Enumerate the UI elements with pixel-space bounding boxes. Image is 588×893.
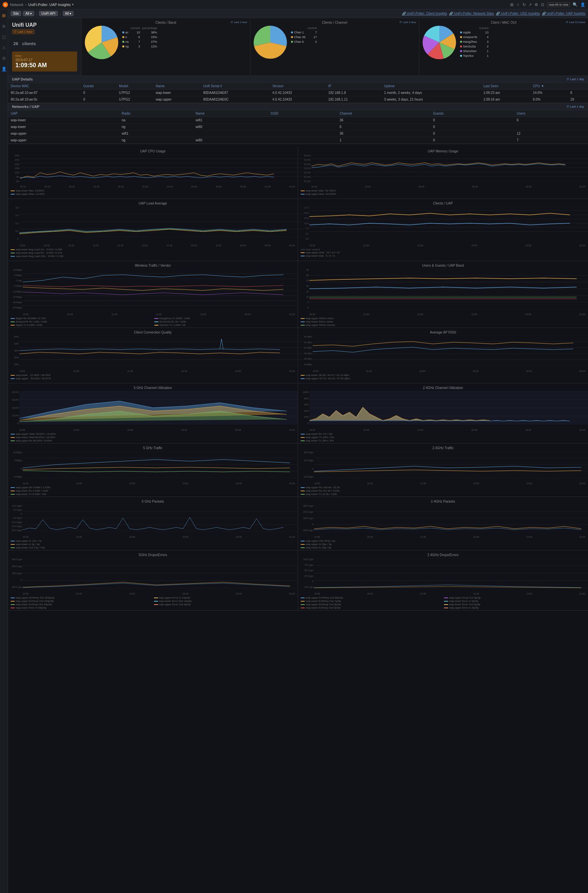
d24g-xaxis: 19:3020:3021:3022:3023:3001:00 <box>314 592 585 595</box>
t5g-xaxis: 20:0021:0022:0023:0000:0001:00 <box>23 482 295 485</box>
uap-details-col-header: Version <box>270 83 326 90</box>
memory-svg <box>311 155 588 181</box>
uap-clients-count: 26 clients <box>12 37 77 47</box>
packets-24g-title: 2.4GHz Packets <box>301 500 585 503</box>
load-chart-area: 0.80.60.40.20 19:3020:0020:3021:0021:302… <box>11 206 295 247</box>
cuap-xaxis: 20:0021:0022:0023:0000:0001:00 <box>309 244 585 247</box>
breadcrumb-network[interactable]: Network <box>10 3 23 7</box>
sidebar-graph-icon[interactable]: ◫ <box>1 33 8 40</box>
sidebar-search-icon[interactable]: ⊕ <box>1 23 8 29</box>
filter-site[interactable]: Site <box>11 11 21 16</box>
filter-id[interactable]: All ▾ <box>63 11 74 16</box>
chart-row-1: UAP CPU Usage <box>8 147 588 199</box>
cpu-legend: wap-lower Max: 29.80% wap-upper Max: 14.… <box>11 189 295 195</box>
sidebar-home-icon[interactable]: ⊞ <box>1 12 8 19</box>
packets-24g-cell: 2.4GHz Packets 300.0 pps200.0 pps100.0 p… <box>298 497 588 550</box>
t5g-yaxis: 10 Mbps5 Mbps0-5 Mbps <box>11 451 22 478</box>
users-guests-cell: Users & Guests / UAP Band <box>298 261 588 328</box>
sync-icon[interactable]: ↻ <box>522 2 526 7</box>
wireless-svg <box>23 269 298 309</box>
ch5-util-area: 80.0%60.0%40.0%20.0%0 20:0021:0022:0023:… <box>11 391 295 431</box>
rssi-legend: wap-lower 38.36 / 43.47 / 42.13 dBm wap-… <box>301 374 585 380</box>
ch24-util-cell: 2.4GHz Channel Utilization 10 <box>298 383 588 443</box>
dashboard-icon[interactable]: ⊞ <box>510 2 513 7</box>
load-chart-cell: UAP Load Average 0.80.60.40.2 <box>8 199 298 261</box>
tab-client-insights[interactable]: 🔗 UniFi-Poller: Client Insights <box>402 12 447 15</box>
load-yaxis: 0.80.60.40.20 <box>11 206 19 240</box>
share-icon[interactable]: ↗ <box>528 2 532 7</box>
tab-network-sites[interactable]: 🔗 UniFi-Poller: Network Sites <box>449 12 494 15</box>
networks-uap-col-header: Guests <box>430 110 514 117</box>
cpu-yaxis: 30%25%20%15%10%5%0% <box>11 155 20 182</box>
table-row: wap-lowernawifi13606 <box>8 117 588 124</box>
clients-band-title: Clients / Band <box>85 21 246 24</box>
ug-svg <box>309 269 588 309</box>
tab-links: 🔗 UniFi-Poller: Client Insights 🔗 UniFi-… <box>402 12 585 15</box>
cq-legend: wap-lower 27.00% / 38.55% wap-upper 35.0… <box>11 374 295 380</box>
tab-uap-insights[interactable]: 🔗 UniFi-Poller: UAP Insights <box>542 12 585 15</box>
uap-details-table: Device MACGuestsModelNameUnifi Serial #V… <box>8 83 588 103</box>
dropdown-icon[interactable]: ▾ <box>72 2 74 7</box>
memory-chart-title: UAP Memory Usage <box>301 149 585 153</box>
monitor-icon[interactable]: ⊡ <box>541 2 544 7</box>
drops-24g-cell: 2.4GHz Drops/Errors 100.0 pps75.0 pps50.… <box>298 550 588 610</box>
clients-channel-content: current Chan 1 7 Chan 36 17 Chan 6 2 <box>254 26 415 60</box>
p5g-area: 10.0 kpps5.0 kpps0-5.0 kpps-10.0 kpps-15… <box>11 505 295 538</box>
p24g-yaxis: 300.0 pps200.0 pps100.0 pps0-100.0 pps <box>301 505 314 531</box>
clients-channel-panel: Clients / Channel ⏱ Last 1 hour current <box>250 18 419 75</box>
ch24-svg <box>309 391 588 424</box>
star-icon[interactable]: ☆ <box>516 2 520 7</box>
clients-band-legend: current percentage ac 10 38% n 6 23% na … <box>121 26 158 49</box>
gear-icon[interactable]: ⚙ <box>534 2 538 7</box>
memory-chart-area: 54.0%53.5%53.0%52.5%52.0%51.5%51.0% 00:1… <box>301 155 585 188</box>
p24g-area: 300.0 pps200.0 pps100.0 pps0-100.0 pps 1… <box>301 505 585 538</box>
clients-uap-area: 17.515.012.510.07.55.02.5 20:0021:0022:0… <box>301 206 585 247</box>
cpu-chart-title: UAP CPU Usage <box>11 149 295 153</box>
time-range-selector[interactable]: now-6h to now <box>547 2 570 7</box>
p24g-xaxis: 19:3020:3021:3022:3023:3001:00 <box>314 536 585 538</box>
d24g-svg <box>314 558 588 588</box>
user-icon[interactable]: 👤 <box>580 2 585 7</box>
traffic-24g-title: 2.4GHz Traffic <box>301 446 585 450</box>
zoom-out-icon[interactable]: 🔍 <box>573 2 578 7</box>
networks-uap-col-header: SSID <box>268 110 337 117</box>
uap-time: 1:09:50 AM <box>15 62 74 69</box>
chart-row-6: 5 GHz Traffic 10 Mbps5 Mbps0-5 Mbps <box>8 443 588 497</box>
table-row: 80:2a:a8:10:ae:870U7PG2wap-lower80DAA81D… <box>8 90 588 96</box>
d5g-area: 600.0 pps400.0 pps200.0 pps0-200.0 pps 2… <box>11 558 295 595</box>
networks-uap-time: ⏱ Last 1 day <box>566 105 584 108</box>
filter-api[interactable]: UniFi API <box>39 11 58 16</box>
breadcrumb-current: UniFi-Poller: UAP Insights <box>28 3 70 7</box>
drops-5g-title: 5GHz Drops/Errors <box>11 553 295 557</box>
cq-xaxis: 19:3020:3021:3022:3023:3001:00 <box>20 370 295 372</box>
users-guests-legend: wap-upper 5GHz Users wap-lower 5GHz User… <box>301 317 585 328</box>
breadcrumb-sep: » <box>25 3 27 7</box>
sidebar-settings-icon[interactable]: ⚙ <box>1 55 8 62</box>
table-row: wap-lowerngwifi060 <box>8 124 588 130</box>
sidebar-user-icon[interactable]: 👤 <box>1 66 8 72</box>
clients-channel-legend: current Chan 1 7 Chan 36 17 Chan 6 2 <box>290 26 318 44</box>
uap-details-section: UAP Details ⏱ Last 1 day Device MACGuest… <box>8 76 588 103</box>
table-row: wap-upperngwifi0107 <box>8 137 588 144</box>
tab-usg-insights[interactable]: 🔗 UniFi-Poller: USG Insights <box>496 12 540 15</box>
conn-quality-title: Client Connection Quality <box>11 331 295 334</box>
uap-details-header: UAP Details ⏱ Last 1 day <box>8 76 588 83</box>
ch24-util-title: 2.4GHz Channel Utilization <box>301 386 585 390</box>
breadcrumb: Network » UniFi-Poller: UAP Insights ▾ <box>10 2 74 7</box>
summary-row: Unifi UAP ⏱ Last 1 hour 26 clients Now 2… <box>8 18 588 76</box>
filter-all[interactable]: All ▾ <box>23 11 34 16</box>
sidebar-alert-icon[interactable]: ⚠ <box>1 44 8 51</box>
rssi-area: 44 dBm42 dBm40 dBm38 dBm36 dBm34 dBm 20:… <box>301 335 585 372</box>
cq-area: 45%40%35%30%25% 19:3020:3021:3022:3023:3… <box>11 335 295 372</box>
ch24-xaxis: 19:3020:3021:3022:3023:3001:00 <box>309 429 585 431</box>
networks-uap-header: Networks / UAP ⏱ Last 1 day <box>8 103 588 110</box>
uap-details-col-header: Device MAC <box>8 83 81 90</box>
rssi-yaxis: 44 dBm42 dBm40 dBm38 dBm36 dBm34 dBm <box>301 335 312 365</box>
wt-xaxis: 19:3020:0021:0022:0023:0000:0001:00 <box>23 313 295 316</box>
chart-row-7: 5 GHz Packets 10.0 kpps5.0 kpps0-5.0 kpp… <box>8 497 588 550</box>
ch24-yaxis: 100%80%60%40%20%0 <box>301 391 309 424</box>
load-svg <box>20 206 304 237</box>
networks-uap-col-header: Name <box>193 110 268 117</box>
networks-uap-section: Networks / UAP ⏱ Last 1 day UAPRadioName… <box>8 103 588 144</box>
ch24-legend: wap-lower Rx 7% / 4% wap-upper Tx 36% / … <box>301 433 585 443</box>
